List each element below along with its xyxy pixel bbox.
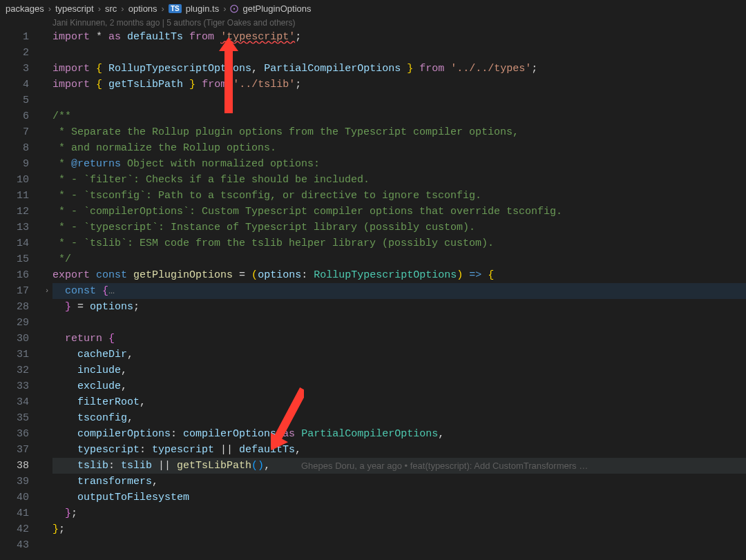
code-editor[interactable]: 1234567891011121314151617282930313233343…	[0, 29, 746, 553]
code-line[interactable]: };	[52, 521, 746, 537]
code-line[interactable]: * - `compilerOptions`: Custom Typescript…	[52, 204, 746, 220]
code-line[interactable]: tslib: tslib || getTsLibPath(),Ghepes Do…	[52, 458, 746, 474]
line-number: 12	[0, 204, 41, 220]
line-number: 6	[0, 108, 41, 124]
line-number: 30	[0, 331, 41, 347]
line-number: 34	[0, 394, 41, 410]
line-number: 1	[0, 29, 41, 45]
code-line[interactable]: import { getTsLibPath } from '../tslib';	[52, 77, 746, 93]
line-number: 29	[0, 315, 41, 331]
line-number: 10	[0, 172, 41, 188]
fold-gutter: ›	[41, 29, 52, 553]
chevron-right-icon: ›	[162, 3, 164, 14]
git-blame-inline[interactable]: Ghepes Doru, a year ago • feat(typescrip…	[301, 458, 588, 474]
line-number: 36	[0, 426, 41, 442]
line-number: 7	[0, 124, 41, 140]
code-line[interactable]: * - `typescript`: Instance of Typescript…	[52, 220, 746, 235]
code-line[interactable]: outputToFilesystem	[52, 490, 746, 505]
line-number: 13	[0, 220, 41, 235]
code-line[interactable]: typescript: typescript || defaultTs,	[52, 442, 746, 458]
code-line[interactable]: * and normalize the Rollup options.	[52, 140, 746, 156]
breadcrumb-item[interactable]: src	[105, 3, 117, 14]
line-number: 3	[0, 61, 41, 77]
line-number: 35	[0, 410, 41, 426]
code-line[interactable]: * Separate the Rollup plugin options fro…	[52, 124, 746, 140]
code-line[interactable]: };	[52, 505, 746, 521]
line-number: 16	[0, 267, 41, 283]
code-line[interactable]: compilerOptions: compilerOptions as Part…	[52, 426, 746, 442]
code-line[interactable]: export const getPluginOptions = (options…	[52, 267, 746, 283]
code-line[interactable]: * - `tslib`: ESM code from the tslib hel…	[52, 235, 746, 251]
line-number: 32	[0, 363, 41, 378]
code-line[interactable]: exclude,	[52, 378, 746, 394]
method-icon: ⨀	[230, 3, 238, 13]
line-number: 8	[0, 140, 41, 156]
code-line[interactable]: const {…	[52, 283, 746, 299]
code-line[interactable]	[52, 45, 746, 61]
line-number: 11	[0, 188, 41, 204]
code-line[interactable]: tsconfig,	[52, 410, 746, 426]
line-number: 5	[0, 93, 41, 108]
line-number: 17	[0, 283, 41, 299]
typescript-file-icon: TS	[169, 4, 182, 13]
line-number: 15	[0, 251, 41, 267]
code-area[interactable]: import * as defaultTs from 'typescript';…	[52, 29, 746, 553]
git-authors-codelens[interactable]: Jani Kinnunen, 2 months ago | 5 authors …	[0, 17, 746, 29]
line-number: 9	[0, 156, 41, 172]
code-line[interactable]: transformers,	[52, 474, 746, 490]
chevron-right-icon: ›	[223, 3, 226, 14]
line-number: 42	[0, 521, 41, 537]
code-line[interactable]: include,	[52, 363, 746, 378]
code-line[interactable]	[52, 93, 746, 108]
code-line[interactable]: * @returns Object with normalized option…	[52, 156, 746, 172]
line-number: 41	[0, 505, 41, 521]
chevron-right-icon: ›	[48, 3, 51, 14]
line-number: 39	[0, 474, 41, 490]
line-number: 2	[0, 45, 41, 61]
code-line[interactable]	[52, 315, 746, 331]
code-line[interactable]: } = options;	[52, 299, 746, 315]
line-number: 4	[0, 77, 41, 93]
code-line[interactable]: return {	[52, 331, 746, 347]
code-line[interactable]: import * as defaultTs from 'typescript';	[52, 29, 746, 45]
code-line[interactable]	[52, 537, 746, 553]
fold-chevron-icon[interactable]: ›	[41, 283, 52, 299]
code-line[interactable]: * - `filter`: Checks if a file should be…	[52, 172, 746, 188]
code-line[interactable]: filterRoot,	[52, 394, 746, 410]
line-number: 28	[0, 299, 41, 315]
breadcrumb-symbol[interactable]: getPluginOptions	[242, 3, 311, 14]
breadcrumb-file[interactable]: plugin.ts	[186, 3, 219, 14]
line-number-gutter: 1234567891011121314151617282930313233343…	[0, 29, 41, 553]
line-number: 33	[0, 378, 41, 394]
chevron-right-icon: ›	[121, 3, 124, 14]
breadcrumb-item[interactable]: options	[128, 3, 157, 14]
line-number: 37	[0, 442, 41, 458]
line-number: 38	[0, 458, 41, 474]
line-number: 31	[0, 347, 41, 363]
breadcrumb-item[interactable]: typescript	[55, 3, 94, 14]
chevron-right-icon: ›	[98, 3, 101, 14]
line-number: 43	[0, 537, 41, 553]
code-line[interactable]: cacheDir,	[52, 347, 746, 363]
code-line[interactable]: * - `tsconfig`: Path to a tsconfig, or d…	[52, 188, 746, 204]
code-line[interactable]: /**	[52, 108, 746, 124]
code-line[interactable]: */	[52, 251, 746, 267]
breadcrumb: packages › typescript › src › options › …	[0, 0, 746, 17]
code-line[interactable]: import { RollupTypescriptOptions, Partia…	[52, 61, 746, 77]
breadcrumb-item[interactable]: packages	[6, 3, 44, 14]
line-number: 40	[0, 490, 41, 505]
line-number: 14	[0, 235, 41, 251]
